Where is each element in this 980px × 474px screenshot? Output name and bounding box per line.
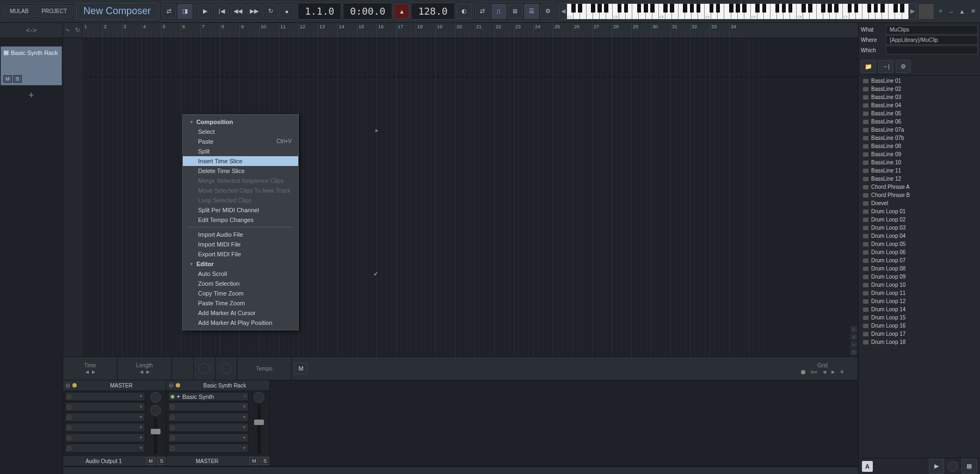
ruler-bar[interactable]: 26 bbox=[572, 23, 580, 38]
menu-paste-zoom[interactable]: Paste Time Zoom bbox=[183, 298, 298, 308]
menu-paste[interactable]: PasteCtrl+V bbox=[183, 137, 298, 146]
piano-black-key[interactable] bbox=[729, 4, 734, 13]
menu-marker-play[interactable]: Add Marker At Play Position bbox=[183, 318, 298, 328]
browser-item[interactable]: BassLine 04 bbox=[860, 101, 979, 109]
output-label[interactable]: Audio Output 1 bbox=[63, 458, 144, 464]
pan-knob[interactable] bbox=[254, 392, 264, 403]
horizontal-scrollbar[interactable] bbox=[63, 466, 858, 474]
mixer-slot[interactable]: ▼ bbox=[65, 413, 145, 422]
piano-black-key[interactable] bbox=[808, 4, 812, 13]
browser-item[interactable]: Drum Loop 16 bbox=[860, 322, 979, 330]
project-title[interactable]: New Composer bbox=[76, 3, 158, 20]
piano-black-key[interactable] bbox=[644, 4, 648, 13]
ruler-bar[interactable]: 21 bbox=[474, 23, 482, 38]
volume-fader[interactable] bbox=[154, 418, 157, 454]
browser-item[interactable]: Drum Loop 08 bbox=[860, 264, 979, 273]
browser-list[interactable]: BassLine 01BassLine 02BassLine 03BassLin… bbox=[859, 76, 980, 458]
close-icon[interactable]: ✕ bbox=[968, 7, 978, 16]
piano-black-key[interactable] bbox=[848, 4, 852, 13]
browser-item[interactable]: Drum Loop 12 bbox=[860, 297, 979, 305]
grid-view-icon[interactable]: ⊞ bbox=[508, 4, 523, 19]
ruler-bar[interactable]: 30 bbox=[651, 23, 658, 38]
piano-black-key[interactable] bbox=[637, 4, 642, 13]
menu-select[interactable]: Select bbox=[183, 127, 298, 137]
piano-black-key[interactable] bbox=[618, 4, 622, 13]
piano-black-key[interactable] bbox=[650, 4, 655, 13]
browser-item[interactable]: Doevel bbox=[860, 199, 979, 207]
play-button[interactable]: ▶ bbox=[198, 4, 213, 19]
track-panel-header[interactable]: <-> bbox=[0, 23, 63, 38]
mixer-slot[interactable]: ▼ bbox=[168, 433, 249, 442]
mixer-icon[interactable]: ⎍ bbox=[491, 4, 507, 19]
panel-layout-icon[interactable]: ◨ bbox=[177, 4, 193, 19]
info-knob-2[interactable] bbox=[215, 357, 237, 380]
ruler-bar[interactable]: 10 bbox=[259, 23, 266, 38]
browser-item[interactable]: BassLine 05 bbox=[860, 109, 979, 118]
browser-item[interactable]: BassLine 03 bbox=[860, 93, 979, 101]
menu-split[interactable]: Split bbox=[183, 146, 298, 156]
tempo-dial-icon[interactable]: ◐ bbox=[457, 4, 472, 19]
project-menu-button[interactable]: PROJECT bbox=[35, 5, 73, 17]
solo-button[interactable]: S bbox=[157, 457, 166, 465]
tempo-display[interactable]: 128.0 bbox=[411, 3, 454, 20]
ruler-bar[interactable]: 1 bbox=[83, 23, 87, 38]
mute-button[interactable]: M bbox=[3, 75, 12, 83]
rewind-button[interactable]: ◀◀ bbox=[230, 4, 245, 19]
ruler-bar[interactable]: 2 bbox=[102, 23, 107, 38]
mixer-slot[interactable]: ▼ bbox=[168, 423, 249, 432]
info-extra-1[interactable] bbox=[172, 357, 194, 380]
ruler-bar[interactable]: 5 bbox=[161, 23, 165, 38]
info-time[interactable]: Time ◀▶ bbox=[63, 357, 118, 380]
browser-item[interactable]: BassLine 12 bbox=[860, 175, 979, 183]
track-lane[interactable] bbox=[83, 38, 858, 77]
piano-black-key[interactable] bbox=[690, 4, 694, 13]
next-icon[interactable]: ▶ bbox=[146, 370, 150, 374]
mulab-menu-button[interactable]: MULAB bbox=[4, 5, 34, 17]
ruler-bar[interactable]: 16 bbox=[377, 23, 384, 38]
ruler-bar[interactable]: 19 bbox=[435, 23, 442, 38]
mixer-slot[interactable]: ▼ bbox=[65, 423, 145, 432]
piano-black-key[interactable] bbox=[880, 4, 885, 13]
record-button[interactable]: ● bbox=[279, 4, 294, 19]
piano-black-key[interactable] bbox=[834, 4, 839, 13]
loop-button[interactable]: ↻ bbox=[263, 4, 278, 19]
piano-right-icon[interactable]: ▶ bbox=[909, 4, 916, 19]
menu-insert-time-slice[interactable]: Insert Time Slice bbox=[183, 156, 298, 166]
piano-black-key[interactable] bbox=[775, 4, 780, 13]
filter-where-input[interactable]: {AppLibrary}/MuClip bbox=[886, 35, 978, 45]
browser-item[interactable]: Drum Loop 14 bbox=[860, 305, 979, 313]
ruler-bar[interactable]: 33 bbox=[710, 23, 717, 38]
info-knob-1[interactable] bbox=[194, 357, 215, 380]
piano-black-key[interactable] bbox=[782, 4, 786, 13]
time-display[interactable]: 0:00.0 bbox=[343, 3, 392, 20]
piano-black-key[interactable] bbox=[828, 4, 832, 13]
route-icon[interactable]: ⇄ bbox=[475, 4, 490, 19]
browser-item[interactable]: Drum Loop 02 bbox=[860, 216, 979, 224]
loop-tool-icon[interactable]: ↻ bbox=[73, 23, 83, 38]
grid-prev-icon[interactable]: ◀ bbox=[823, 370, 826, 374]
browser-item[interactable]: BassLine 07b bbox=[860, 134, 979, 142]
ruler-bar[interactable]: 24 bbox=[533, 23, 540, 38]
piano-black-key[interactable] bbox=[716, 4, 720, 13]
prev-icon[interactable]: ◀ bbox=[85, 370, 89, 374]
ruler-bar[interactable]: 29 bbox=[631, 23, 638, 38]
browser-item[interactable]: Drum Loop 17 bbox=[860, 330, 979, 338]
zoom-fit-icon[interactable]: □ bbox=[850, 349, 857, 355]
ruler-bar[interactable]: 4 bbox=[141, 23, 146, 38]
ruler-bar[interactable]: 25 bbox=[553, 23, 560, 38]
preview-play-icon[interactable]: ▶ bbox=[929, 459, 944, 474]
piano-black-key[interactable] bbox=[742, 4, 747, 13]
solo-button[interactable]: S bbox=[261, 457, 269, 465]
menu-zoom-selection[interactable]: Zoom Selection bbox=[183, 279, 298, 288]
filter-what-input[interactable]: MuClips bbox=[886, 25, 978, 34]
browser-item[interactable]: BassLine 02 bbox=[860, 85, 979, 93]
preview-volume-knob[interactable] bbox=[947, 461, 958, 472]
browser-item[interactable]: Drum Loop 15 bbox=[860, 313, 979, 322]
browser-item[interactable]: BassLine 09 bbox=[860, 150, 979, 158]
mixer-slot[interactable]: ▼ bbox=[168, 444, 249, 453]
grid-value[interactable]: Bar bbox=[811, 370, 817, 374]
ruler-bar[interactable]: 32 bbox=[690, 23, 697, 38]
add-track-button[interactable]: + bbox=[0, 88, 63, 102]
browser-item[interactable]: BassLine 07a bbox=[860, 126, 979, 134]
rewind-start-button[interactable]: |◀ bbox=[214, 4, 229, 19]
